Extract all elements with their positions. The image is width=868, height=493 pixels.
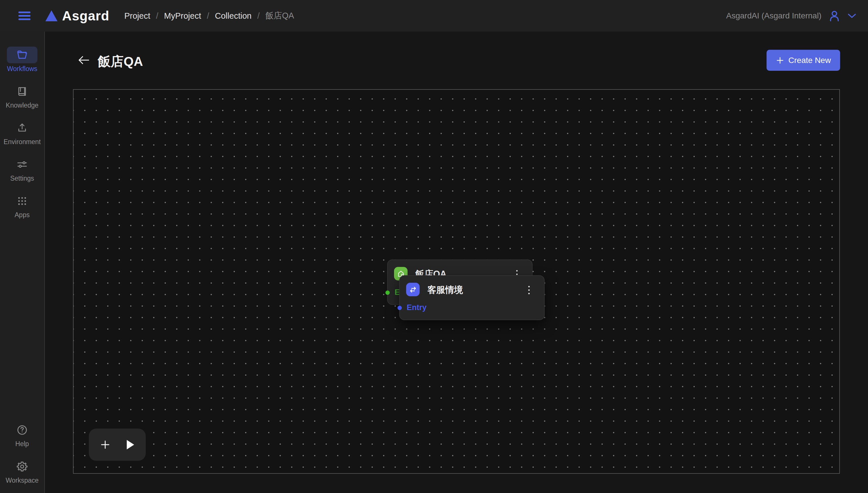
run-workflow-button[interactable] [124, 438, 136, 451]
sidebar: Workflows Knowledge Environment [0, 31, 45, 493]
breadcrumb-separator: / [207, 11, 209, 21]
breadcrumb-separator: / [257, 11, 259, 21]
breadcrumb-collection[interactable]: Collection [215, 11, 251, 21]
apps-grid-icon [7, 193, 37, 209]
sidebar-item-label: Knowledge [6, 102, 39, 109]
user-icon[interactable] [828, 9, 841, 23]
workflow-node-customer-service[interactable]: 客服情境 Entry [399, 275, 545, 320]
topbar-account-area: AsgardAI (Asgard Internal) [726, 9, 857, 23]
port-dot[interactable] [397, 306, 402, 310]
add-node-button[interactable] [99, 438, 112, 451]
node-title: 客服情境 [427, 284, 463, 296]
sidebar-item-label: Apps [15, 211, 30, 219]
hamburger-menu-icon[interactable] [18, 12, 30, 20]
port-label: Entry [407, 303, 427, 312]
arrow-left-icon [77, 55, 90, 65]
port-dot[interactable] [385, 291, 390, 295]
sidebar-item-label: Workflows [7, 65, 37, 73]
sidebar-item-knowledge[interactable]: Knowledge [0, 83, 44, 109]
plus-icon [776, 56, 784, 65]
sidebar-item-label: Environment [3, 138, 41, 146]
canvas-toolbar [89, 429, 146, 461]
chevron-down-icon[interactable] [847, 13, 856, 19]
folder-open-icon [7, 47, 37, 63]
play-icon [124, 438, 136, 451]
account-label: AsgardAI (Asgard Internal) [726, 11, 822, 20]
sidebar-item-workspace[interactable]: Workspace [0, 458, 44, 485]
asgard-logo-icon [45, 10, 58, 21]
swap-arrows-icon [406, 283, 420, 296]
breadcrumb: Project / MyProject / Collection / 飯店QA [124, 10, 294, 22]
sidebar-item-label: Workspace [6, 477, 39, 485]
page-title: 飯店QA [98, 53, 143, 70]
breadcrumb-myproject[interactable]: MyProject [164, 11, 201, 21]
sidebar-item-label: Settings [10, 175, 34, 183]
create-new-button[interactable]: Create New [767, 50, 840, 71]
create-new-label: Create New [789, 56, 831, 65]
help-circle-icon [7, 422, 37, 438]
brand-title: Asgard [62, 8, 109, 24]
book-icon [7, 83, 37, 100]
sidebar-item-label: Help [15, 440, 29, 448]
upload-icon [7, 120, 37, 136]
topbar: Asgard Project / MyProject / Collection … [0, 0, 868, 31]
sidebar-bottom: Help Workspace [0, 422, 44, 493]
sidebar-item-workflows[interactable]: Workflows [0, 47, 44, 73]
breadcrumb-current: 飯店QA [265, 10, 294, 22]
sliders-icon [7, 156, 37, 173]
node-menu-kebab-icon[interactable] [525, 283, 533, 297]
breadcrumb-project[interactable]: Project [124, 11, 150, 21]
gear-icon [7, 458, 37, 475]
plus-icon [99, 438, 112, 451]
sidebar-item-help[interactable]: Help [0, 422, 44, 448]
breadcrumb-separator: / [156, 11, 158, 21]
sidebar-item-settings[interactable]: Settings [0, 156, 44, 183]
back-button[interactable] [76, 53, 91, 67]
sidebar-item-apps[interactable]: Apps [0, 193, 44, 219]
app-root: { "topbar": { "brand": "Asgard", "breadc… [0, 0, 868, 493]
workflow-canvas[interactable]: 飯店QA Entry 客服情境 Entry [73, 89, 840, 474]
sidebar-item-environment[interactable]: Environment [0, 120, 44, 146]
